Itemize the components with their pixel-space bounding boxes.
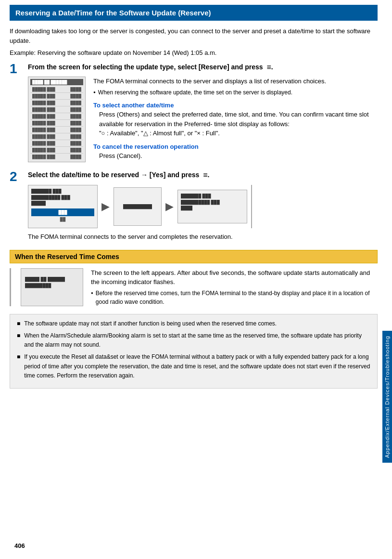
- step-2-number: 2: [10, 170, 23, 183]
- when-phone-line1: █████ ██ ██████: [25, 276, 79, 283]
- phone-row-1: █████ ███████: [30, 86, 83, 93]
- note-3: ■ If you execute the Reset all data&set …: [17, 352, 370, 380]
- when-phone: █████ ██ ██████ █████████: [21, 268, 83, 306]
- phone-row-9: █████ ███████: [30, 140, 83, 147]
- phone3-line2: ██████████ ███: [181, 199, 244, 206]
- phone-row-10: █████ ███████: [30, 147, 83, 154]
- step-1-body: ████ ██ ██████ █████ ███████ █████ █████…: [28, 77, 378, 162]
- phone1-highlight: ███: [31, 208, 94, 216]
- when-header: When the Reserved Time Comes: [10, 250, 378, 263]
- phone-row-3: █████ ███████: [30, 100, 83, 106]
- phone1-sub: ██: [31, 217, 94, 221]
- step-1-desc-text: The FOMA terminal connects to the server…: [93, 77, 378, 86]
- phone-row-4: █████ ███████: [30, 106, 83, 113]
- phone1-line2: ██████████ ███: [31, 195, 94, 201]
- step-2-phone-row: ███████ ███ ██████████ ███ █████ ███ ██ …: [28, 185, 378, 228]
- when-title: When the Reserved Time Comes: [15, 253, 119, 260]
- phone-screen-header: ████ ██ ██████: [30, 79, 83, 85]
- when-bullet: Before the reserved time comes, turn the…: [91, 289, 378, 306]
- sidebar-label: Appendix/External Devices/Troubleshootin…: [382, 331, 392, 463]
- arrow-2: ▶: [165, 200, 174, 213]
- step-2-phone2: ██████████: [114, 187, 162, 226]
- when-phone-line2: █████████: [25, 283, 79, 289]
- when-description: The screen to the left appears. After ab…: [91, 268, 378, 306]
- step-1-bullet: When reserving the software update, the …: [93, 88, 378, 97]
- phone-row-6: █████ ███████: [30, 120, 83, 127]
- step-1-description: The FOMA terminal connects to the server…: [93, 77, 378, 162]
- step-2-phone3: ███████ ███ ██████████ ███ ████: [177, 190, 247, 223]
- note-2-text: When the Alarm/Schedule alarm/Booking al…: [24, 331, 370, 350]
- example-text: Example: Reserving the software update o…: [10, 49, 378, 56]
- phone-row-7: █████ ███████: [30, 127, 83, 133]
- page-number: 406: [14, 542, 25, 549]
- page: Reserving a Date/Time for the Software U…: [0, 0, 392, 559]
- step-1-bullet-text: When reserving the software update, the …: [98, 88, 292, 97]
- step-2-description: The FOMA terminal connects to the server…: [28, 233, 378, 240]
- intro-text: If downloading takes too long or the ser…: [10, 26, 378, 45]
- phone-row-8: █████ ███████: [30, 133, 83, 140]
- section-title: Reserving a Date/Time for the Software U…: [15, 9, 211, 17]
- note-1-text: The software update may not start if ano…: [24, 319, 277, 328]
- when-body: █████ ██ ██████ █████████ The screen to …: [10, 268, 378, 306]
- step-1-title-text: From the screen for selecting the update…: [28, 63, 263, 71]
- step-1-detail2: Press (Cancel).: [99, 151, 378, 161]
- step-2-title: Select the date/time to be reserved → [Y…: [28, 170, 378, 181]
- phone-row-5: █████ ███████: [30, 113, 83, 120]
- step-1-icon: ≡: [267, 63, 271, 71]
- note-3-icon: ■: [17, 352, 20, 362]
- note-2-icon: ■: [17, 331, 20, 340]
- section-header: Reserving a Date/Time for the Software U…: [10, 5, 378, 21]
- step-2-phone1: ███████ ███ ██████████ ███ █████ ███ ██: [28, 185, 98, 228]
- note-3-text: If you execute the Reset all data&set or…: [24, 352, 370, 380]
- step-2-content: Select the date/time to be reserved → [Y…: [28, 170, 378, 240]
- notes-section: ■ The software update may not start if a…: [10, 314, 378, 389]
- step-1-link2: To cancel the reservation operation: [93, 142, 378, 152]
- step-1-phone: ████ ██ ██████ █████ ███████ █████ █████…: [28, 77, 86, 162]
- step-1: 1 From the screen for selecting the upda…: [10, 62, 378, 162]
- step-1-detail1b: "○ : Available", "△ : Almost full", or "…: [99, 129, 378, 138]
- step-1-content: From the screen for selecting the update…: [28, 62, 378, 162]
- when-bullet-text: Before the reserved time comes, turn the…: [96, 289, 378, 306]
- step-1-number: 1: [10, 62, 23, 76]
- phone3-line3: ████: [181, 205, 244, 211]
- phone-row-2: █████ ███████: [30, 93, 83, 100]
- phone-row-11: █████ ███████: [30, 154, 83, 160]
- step-1-title: From the screen for selecting the update…: [28, 62, 378, 73]
- note-1-icon: ■: [17, 319, 20, 328]
- when-section: When the Reserved Time Comes █████ ██ ██…: [10, 250, 378, 306]
- note-1: ■ The software update may not start if a…: [17, 319, 370, 328]
- when-desc-text: The screen to the left appears. After ab…: [91, 268, 378, 287]
- step-2-icon: ≡: [203, 171, 207, 179]
- step-1-link1: To select another date/time: [93, 101, 378, 110]
- arrow-1: ▶: [101, 200, 110, 213]
- phone1-line1: ███████ ███: [31, 188, 94, 195]
- phone1-line3: █████: [31, 200, 94, 207]
- phone3-line1: ███████ ███: [181, 193, 244, 199]
- phone2-text: ██████████: [123, 204, 152, 209]
- vertical-divider: [251, 185, 252, 228]
- note-2: ■ When the Alarm/Schedule alarm/Booking …: [17, 331, 370, 350]
- when-vertical-line: [10, 268, 11, 306]
- step-2-title-text: Select the date/time to be reserved → [Y…: [28, 171, 199, 179]
- step-2: 2 Select the date/time to be reserved → …: [10, 170, 378, 240]
- step-1-detail1: Press (Others) and select the preferred …: [99, 110, 378, 129]
